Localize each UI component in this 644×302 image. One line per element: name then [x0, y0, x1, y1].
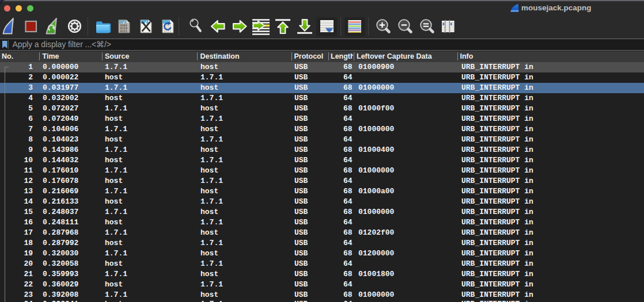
svg-text:0111: 0111	[164, 30, 171, 33]
svg-text:0111: 0111	[120, 30, 127, 33]
